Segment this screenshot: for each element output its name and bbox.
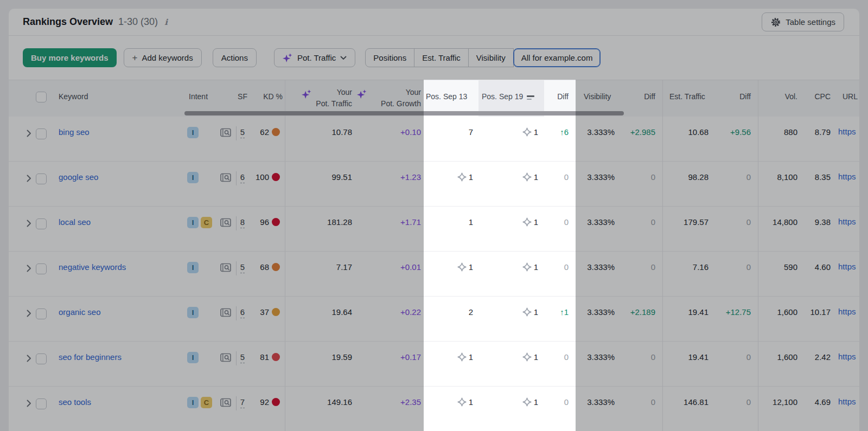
visibility-diff-value: 0 [651, 352, 655, 363]
keyword-link[interactable]: local seo [59, 217, 91, 228]
row-expander-icon[interactable] [27, 129, 31, 140]
table-row: negative keywords I 5 68 7.17 +0.01 1 [9, 252, 859, 297]
kd-dot [272, 128, 280, 136]
row-expander-icon[interactable] [27, 309, 31, 320]
serp-features-count[interactable]: 6 [240, 307, 245, 318]
kd-value: 68 [260, 262, 269, 273]
serp-features-icon[interactable] [220, 263, 232, 276]
row-checkbox[interactable] [36, 173, 47, 184]
serp-position-icon [522, 172, 532, 182]
row-checkbox[interactable] [36, 398, 47, 409]
table-settings-label: Table settings [786, 17, 835, 27]
pot-traffic-value: 181.28 [327, 217, 352, 228]
pos-prev-value: 2 [469, 307, 473, 318]
pos-diff-value: 0 [564, 397, 569, 408]
kd-value: 62 [260, 127, 269, 138]
keyword-link[interactable]: seo tools [59, 397, 91, 408]
visibility-diff-value: 0 [651, 262, 655, 273]
row-expander-icon[interactable] [27, 399, 31, 410]
row-expander-icon[interactable] [27, 219, 31, 230]
segment-est-traffic[interactable]: Est. Traffic [414, 48, 469, 67]
url-link[interactable]: https [838, 172, 856, 181]
url-link[interactable]: https [838, 397, 856, 406]
visibility-diff-value: +2.985 [630, 127, 655, 138]
pot-growth-value: +0.10 [400, 127, 421, 138]
serp-features-count[interactable]: 8 [240, 217, 245, 228]
rankings-overview-page: Rankings Overview 1-30 (30) i Table sett… [0, 0, 868, 431]
keyword-link[interactable]: organic seo [59, 307, 101, 318]
col-header-url[interactable]: URL [836, 80, 859, 117]
row-expander-icon[interactable] [27, 174, 31, 185]
pot-traffic-dropdown[interactable]: Pot. Traffic [274, 48, 355, 67]
serp-features-icon[interactable] [220, 173, 232, 186]
url-link[interactable]: https [838, 217, 856, 226]
sort-descending-icon[interactable] [527, 95, 534, 100]
col-header-est-traffic-diff[interactable]: Diff [715, 80, 758, 117]
select-all-checkbox[interactable] [36, 92, 47, 102]
serp-features-count[interactable]: 5 [240, 127, 245, 138]
segment-visibility[interactable]: Visibility [468, 48, 514, 67]
intent-badge-i: I [187, 172, 199, 183]
kd-dot [272, 263, 280, 271]
keyword-link[interactable]: bing seo [59, 127, 90, 138]
pot-growth-value: +0.22 [400, 307, 421, 318]
cpc-value: 9.38 [815, 217, 831, 228]
horizontal-scrollbar[interactable] [184, 111, 624, 115]
kd-dot [272, 308, 280, 316]
toolbar: Buy more keywords + Add keywords Actions… [9, 36, 859, 80]
segment-all-for-example-com[interactable]: All for example.com [513, 48, 601, 67]
table-settings-button[interactable]: Table settings [762, 12, 844, 31]
visibility-value: 3.333% [587, 397, 615, 408]
cpc-value: 4.60 [815, 262, 831, 273]
serp-features-icon[interactable] [220, 308, 232, 321]
kd-value: 81 [260, 352, 269, 363]
info-icon[interactable]: i [164, 17, 168, 27]
pos-prev-value: 1 [469, 262, 473, 273]
row-checkbox[interactable] [36, 353, 47, 364]
col-header-keyword[interactable]: Keyword [54, 80, 183, 117]
page-title: Rankings Overview [23, 16, 113, 28]
row-checkbox[interactable] [36, 263, 47, 274]
serp-features-count[interactable]: 5 [240, 262, 245, 273]
est-traffic-diff-value: 0 [746, 397, 751, 408]
serp-features-icon[interactable] [220, 353, 232, 366]
segment-positions[interactable]: Positions [365, 48, 414, 67]
col-header-est-traffic[interactable]: Est. Traffic [662, 80, 715, 117]
est-traffic-value: 19.41 [688, 352, 709, 363]
serp-features-icon[interactable] [220, 218, 232, 231]
visibility-value: 3.333% [587, 127, 615, 138]
serp-position-icon [522, 127, 532, 137]
url-link[interactable]: https [838, 307, 856, 316]
url-link[interactable]: https [838, 352, 856, 361]
visibility-value: 3.333% [587, 262, 615, 273]
volume-value: 880 [784, 127, 797, 138]
keyword-link[interactable]: google seo [59, 172, 98, 183]
row-checkbox[interactable] [36, 128, 47, 139]
actions-button[interactable]: Actions [213, 48, 257, 67]
url-link[interactable]: https [838, 127, 856, 136]
serp-features-icon[interactable] [220, 398, 232, 411]
col-header-cpc[interactable]: CPC [804, 80, 836, 117]
row-checkbox[interactable] [36, 308, 47, 319]
row-checkbox[interactable] [36, 218, 47, 229]
keyword-link[interactable]: seo for beginners [59, 352, 122, 363]
row-expander-icon[interactable] [27, 264, 31, 275]
row-expander-icon[interactable] [27, 354, 31, 365]
col-header-visibility-diff[interactable]: Diff [622, 80, 662, 117]
keyword-link[interactable]: negative keywords [59, 262, 126, 273]
serp-features-count[interactable]: 6 [240, 172, 245, 183]
col-header-checkbox [36, 80, 54, 117]
add-keywords-button[interactable]: + Add keywords [124, 48, 202, 67]
serp-features-icon[interactable] [220, 128, 232, 141]
url-link[interactable]: https [838, 262, 856, 271]
est-traffic-diff-value: +12.75 [726, 307, 751, 318]
col-header-volume[interactable]: Vol. [758, 80, 804, 117]
buy-more-keywords-button[interactable]: Buy more keywords [23, 48, 117, 67]
pos-prev-value: 7 [469, 127, 473, 138]
serp-features-count[interactable]: 7 [240, 397, 245, 408]
serp-features-count[interactable]: 5 [240, 352, 245, 363]
serp-position-icon [457, 172, 467, 182]
pos-curr-value: 1 [534, 352, 538, 363]
pos-diff-value: 0 [564, 352, 569, 363]
pot-traffic-value: 7.17 [336, 262, 352, 273]
